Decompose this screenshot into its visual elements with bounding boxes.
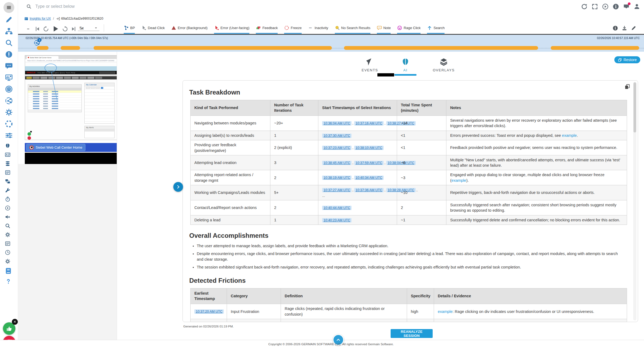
sidebar-item-database[interactable] xyxy=(5,161,11,166)
example-link[interactable]: example xyxy=(452,178,466,183)
hamburger-menu-icon[interactable] xyxy=(4,2,14,13)
frictions-title: Detected Frictions xyxy=(189,277,623,284)
info-icon[interactable] xyxy=(612,25,618,31)
sidebar-item-sitemap[interactable] xyxy=(5,27,13,35)
sidebar-item-share-network[interactable] xyxy=(5,97,13,105)
redo-button[interactable] xyxy=(62,26,68,32)
timestamp-link[interactable]: 10:36:04 AM UTC xyxy=(322,121,352,125)
sidebar-item-timer[interactable] xyxy=(5,196,11,202)
skip-start-button[interactable] xyxy=(34,26,40,32)
filter-error-background-[interactable]: Error (Background) xyxy=(171,24,208,32)
filter-dead-click[interactable]: Dead Click xyxy=(141,24,165,32)
example-link[interactable]: example xyxy=(562,133,577,138)
sidebar-item-dashed-circle[interactable] xyxy=(5,120,13,128)
play-circle-icon[interactable] xyxy=(602,3,609,10)
sidebar-item-book[interactable] xyxy=(5,267,12,274)
sidebar-item-help[interactable] xyxy=(5,278,12,285)
timestamp-link[interactable]: 10:37:59 AM UTC xyxy=(354,161,384,165)
timestamp-link[interactable]: 10:38:19 AM UTC xyxy=(322,176,352,180)
filter-inactivity[interactable]: Inactivity xyxy=(308,24,328,32)
example-link[interactable]: example xyxy=(438,309,453,314)
tab-ai[interactable]: AI xyxy=(387,58,424,72)
timeline-activity-segment[interactable] xyxy=(551,46,639,50)
play-button[interactable] xyxy=(51,25,60,33)
sidebar-item-alert[interactable] xyxy=(5,50,13,58)
friction-column-header: Category xyxy=(227,288,281,304)
timestamp-link[interactable]: 10:37:23 AM UTC xyxy=(322,146,352,150)
sidebar-item-sliders[interactable] xyxy=(5,131,13,139)
sidebar-item-wrench[interactable] xyxy=(5,187,11,193)
sidebar-item-play-circle[interactable] xyxy=(5,205,11,211)
timestamp-link[interactable]: 10:40:34 AM UTC xyxy=(354,176,384,180)
inbox-icon[interactable] xyxy=(623,3,630,10)
sidebar-item-monitor-chart[interactable] xyxy=(5,74,13,82)
timestamp-link[interactable]: 10:37:16 AM UTC xyxy=(354,121,384,125)
filter-feedback[interactable]: Feedback xyxy=(256,24,278,32)
expand-panel-button[interactable] xyxy=(173,182,183,192)
reanalyze-session-button[interactable]: REANALYZE SESSION xyxy=(391,329,433,338)
tab-overlays[interactable]: OVERLAYS xyxy=(425,58,463,72)
filter-search[interactable]: Search xyxy=(427,24,445,32)
timeline-activity-segment[interactable] xyxy=(61,46,80,50)
replay-thumbnail[interactable]: Siebel Web Call Center Home https://10.0… xyxy=(25,55,117,140)
breadcrumb-app-link[interactable]: Insights for UX xyxy=(30,17,51,20)
download-icon[interactable] xyxy=(622,25,627,31)
timestamp-link[interactable]: 10:40:23 AM UTC xyxy=(322,218,352,222)
timestamp-link[interactable]: 10:37:20 AM UTC xyxy=(194,309,224,314)
filter-rage-click[interactable]: Rage Click xyxy=(397,24,421,32)
info-icon[interactable] xyxy=(612,3,619,10)
person-icon[interactable] xyxy=(633,3,640,10)
skip-end-button[interactable] xyxy=(71,26,77,32)
sidebar-item-gear[interactable] xyxy=(5,108,13,116)
timestamp-link[interactable]: 10:37:27 AM UTC xyxy=(322,188,352,192)
example-link[interactable]: example xyxy=(438,322,453,322)
timestamp-link[interactable]: 10:40:44 AM UTC xyxy=(322,206,352,210)
filter-note[interactable]: Note xyxy=(377,24,391,32)
sidebar-item-sync[interactable] xyxy=(5,179,11,184)
task-timestamps: 10:40:44 AM UTC xyxy=(318,200,397,215)
mini-url-text: https://10.0.1.5/callcenter_enu/start.sw… xyxy=(27,60,114,61)
sidebar-item-list[interactable] xyxy=(5,170,11,175)
filter-error-user-facing-[interactable]: Error (User-facing) xyxy=(214,24,250,32)
sidebar-item-gear[interactable] xyxy=(5,259,11,264)
sidebar-item-id-card[interactable] xyxy=(5,152,11,158)
dismiss-feedback-icon[interactable]: ✕ xyxy=(12,319,18,325)
timeline-activity-segment[interactable] xyxy=(94,46,332,50)
playback-speed-select[interactable]: 5x xyxy=(78,25,99,31)
report-scrollbar-thumb[interactable] xyxy=(633,82,636,132)
replay-toolbar: 5x BPDead ClickError (Background)Error (… xyxy=(18,24,644,34)
timeline-activity-segment[interactable] xyxy=(37,46,49,50)
sidebar-item-broadcast[interactable] xyxy=(5,85,13,93)
global-search-input[interactable] xyxy=(35,4,569,9)
sidebar-item-pencil[interactable] xyxy=(5,16,13,24)
sidebar-item-clock[interactable] xyxy=(5,250,11,255)
timestamp-link[interactable]: 10:38:45 AM UTC xyxy=(322,161,352,165)
tab-events[interactable]: EVENTS xyxy=(351,58,389,72)
pencil-icon[interactable] xyxy=(631,25,636,31)
sidebar-item-list[interactable] xyxy=(5,241,11,246)
sidebar-item-chat[interactable] xyxy=(5,62,13,70)
filter-freeze[interactable]: Freeze xyxy=(284,24,301,32)
sidebar-item-search[interactable] xyxy=(5,223,11,229)
copy-report-icon[interactable] xyxy=(624,84,630,90)
mini-browser-tab-title: Siebel Web Call Center Home xyxy=(30,57,51,58)
page-title-chip[interactable]: Siebel Web Call Center Home xyxy=(26,144,85,151)
refresh-icon[interactable] xyxy=(581,3,588,10)
sidebar-item-search[interactable] xyxy=(5,39,13,47)
filter-no-search-results[interactable]: No Search Results xyxy=(335,24,370,32)
fullscreen-icon[interactable] xyxy=(591,3,598,10)
timestamp-link[interactable]: 10:37:36 AM UTC xyxy=(354,188,384,192)
sidebar-item-gear[interactable] xyxy=(5,232,11,238)
sidebar-item-mute[interactable] xyxy=(5,214,11,220)
timestamp-link[interactable]: 10:38:10 AM UTC xyxy=(354,146,384,150)
analysis-panel: EVENTSAIOVERLAYS Restore Task Breakdown … xyxy=(117,52,644,340)
replay-button[interactable] xyxy=(43,26,49,32)
timeline-activity-segment[interactable] xyxy=(344,46,538,50)
filter-bp[interactable]: BP xyxy=(124,24,135,32)
report-scrollbar[interactable] xyxy=(633,82,636,320)
session-timeline[interactable]: 02/26/2026 10:40:55.754 AM UTC (+00h 04m… xyxy=(18,34,644,52)
sidebar-item-brain[interactable] xyxy=(5,143,11,149)
cursor-dot-icon xyxy=(214,25,219,30)
restore-button[interactable]: Restore xyxy=(614,56,640,63)
timestamp-link[interactable]: 10:37:30 AM UTC xyxy=(322,134,352,138)
